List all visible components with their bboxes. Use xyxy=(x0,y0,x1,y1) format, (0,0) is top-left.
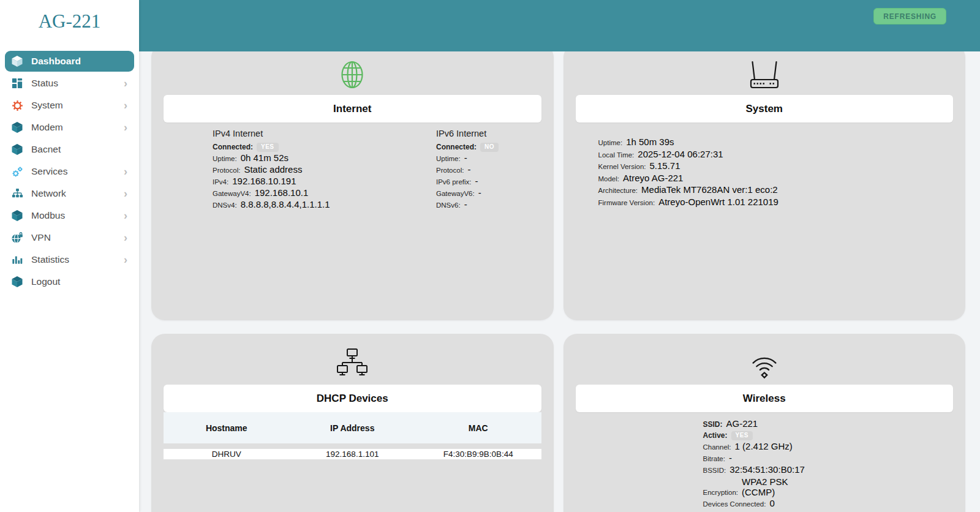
sidebar-item-label: Dashboard xyxy=(31,56,81,67)
dhcp-devices-card: DHCP Devices Hostname IP Address MAC DHR… xyxy=(151,334,554,512)
chevron-right-icon: › xyxy=(124,166,130,177)
sidebar-item-vpn[interactable]: VPN › xyxy=(5,227,134,248)
sidebar-item-bacnet[interactable]: Bacnet xyxy=(5,139,134,160)
globe-icon xyxy=(151,58,554,92)
sidebar-item-system[interactable]: System › xyxy=(5,95,134,116)
field-label: Bitrate: xyxy=(703,454,725,464)
router-icon xyxy=(564,58,966,92)
sidebar-item-label: Status xyxy=(31,78,58,89)
sidebar-item-modem[interactable]: Modem › xyxy=(5,117,134,138)
card-title: Wireless xyxy=(576,385,954,412)
dhcp-table-header: Hostname IP Address MAC xyxy=(164,412,541,443)
field-value: MediaTek MT7628AN ver:1 eco:2 xyxy=(641,185,778,195)
sitemap-icon xyxy=(11,187,23,200)
bar-chart-icon xyxy=(11,254,23,266)
field-label: DNSv4: xyxy=(213,200,237,211)
chevron-right-icon: › xyxy=(124,254,130,265)
internet-details: IPv4 Internet Connected:YES Uptime:0h 41… xyxy=(151,122,554,211)
field-value: 8.8.8.8,8.8.4.4,1.1.1.1 xyxy=(241,200,330,210)
field-label: Uptime: xyxy=(598,138,623,148)
field-value: 1h 50m 39s xyxy=(626,137,674,148)
network-devices-icon xyxy=(151,347,554,382)
gears-icon xyxy=(11,165,23,178)
field-label: Architecture: xyxy=(598,186,638,196)
chevron-right-icon: › xyxy=(124,210,130,221)
field-value: - xyxy=(729,453,732,464)
wireless-card: Wireless SSID:AG-221 Active:YES Channel:… xyxy=(564,334,966,512)
field-value: 1 (2.412 GHz) xyxy=(735,442,793,452)
cube-icon xyxy=(11,276,23,288)
section-heading: IPv6 Internet xyxy=(436,129,499,138)
cell-hostname: DHRUV xyxy=(164,450,290,459)
column-header-hostname: Hostname xyxy=(164,423,290,433)
sidebar-item-label: Modbus xyxy=(31,210,65,221)
top-bar: REFRESHING xyxy=(139,0,980,51)
field-label: DNSv6: xyxy=(436,200,461,211)
field-label: Channel: xyxy=(703,442,731,453)
field-label: Protocol: xyxy=(213,165,240,176)
field-label: SSID: xyxy=(703,420,723,430)
chevron-right-icon: › xyxy=(124,78,130,89)
field-value: Atreyo AG-221 xyxy=(623,173,683,184)
sidebar-item-services[interactable]: Services › xyxy=(5,161,134,182)
ipv6-section: IPv6 Internet Connected:NO Uptime:- Prot… xyxy=(436,127,499,211)
field-label: IPv4: xyxy=(213,177,228,187)
table-row: DHRUV 192.168.1.101 F4:30:B9:9B:0B:44 xyxy=(164,449,541,459)
field-label: IPv6 prefix: xyxy=(436,177,472,187)
field-value: - xyxy=(464,153,467,164)
field-value: 5.15.71 xyxy=(650,161,680,171)
chevron-right-icon: › xyxy=(124,122,130,133)
field-value: WPA2 PSK (CCMP) xyxy=(742,476,821,497)
field-value: 192.168.10.191 xyxy=(232,176,296,187)
sidebar-item-statistics[interactable]: Statistics › xyxy=(5,249,134,270)
field-value: 0h 41m 52s xyxy=(241,153,288,164)
chevron-right-icon: › xyxy=(124,232,130,243)
field-label: Model: xyxy=(598,174,620,184)
field-label: GatewayV6: xyxy=(436,189,475,199)
field-value: - xyxy=(467,165,470,175)
internet-card: Internet IPv4 Internet Connected:YES Upt… xyxy=(151,51,554,320)
cell-ip: 192.168.1.101 xyxy=(290,450,416,459)
field-value: - xyxy=(478,188,481,198)
refresh-button[interactable]: REFRESHING xyxy=(873,8,946,24)
field-label: Encryption: xyxy=(703,488,739,498)
content-area: Internet IPv4 Internet Connected:YES Upt… xyxy=(139,51,980,512)
field-label: Kernel Version: xyxy=(598,162,646,172)
field-label: Local Time: xyxy=(598,150,635,160)
status-badge: NO xyxy=(480,143,499,152)
sidebar-item-modbus[interactable]: Modbus › xyxy=(5,205,134,226)
cell-mac: F4:30:B9:9B:0B:44 xyxy=(415,450,541,459)
app-logo: AG-221 xyxy=(0,0,139,40)
cube-icon xyxy=(11,209,23,222)
grid-icon xyxy=(11,77,23,89)
system-card: System Uptime:1h 50m 39s Local Time:2025… xyxy=(564,51,966,320)
chevron-right-icon: › xyxy=(124,188,130,199)
section-heading: IPv4 Internet xyxy=(213,129,436,138)
sidebar: AG-221 Dashboard Status › System xyxy=(0,0,139,512)
wifi-icon xyxy=(564,347,966,382)
main-area: REFRESHING Internet IPv4 Internet Connec… xyxy=(139,0,980,512)
status-badge: YES xyxy=(731,431,753,440)
field-value: - xyxy=(475,176,478,187)
sidebar-item-label: Statistics xyxy=(31,254,69,265)
sidebar-item-label: Services xyxy=(31,166,67,177)
chevron-right-icon: › xyxy=(124,100,130,111)
card-title: DHCP Devices xyxy=(164,385,541,412)
sidebar-item-network[interactable]: Network › xyxy=(5,183,134,204)
field-label: Uptime: xyxy=(436,154,461,164)
sidebar-nav: Dashboard Status › System › xyxy=(0,50,139,293)
sidebar-item-label: System xyxy=(31,100,63,111)
field-value: 32:54:51:30:B0:17 xyxy=(729,465,805,475)
field-label: Protocol: xyxy=(436,165,464,176)
field-value: 192.168.10.1 xyxy=(255,188,309,198)
sidebar-item-dashboard[interactable]: Dashboard xyxy=(5,51,134,72)
field-value: 0 xyxy=(769,499,774,509)
sidebar-item-status[interactable]: Status › xyxy=(5,73,134,94)
field-value: Static address xyxy=(244,165,302,175)
field-label: GatewayV4: xyxy=(213,189,251,199)
cube-icon xyxy=(11,143,23,156)
field-value: AG-221 xyxy=(726,419,758,429)
field-label: Uptime: xyxy=(213,154,237,164)
sidebar-item-logout[interactable]: Logout xyxy=(5,271,134,292)
sidebar-item-label: Network xyxy=(31,188,66,199)
